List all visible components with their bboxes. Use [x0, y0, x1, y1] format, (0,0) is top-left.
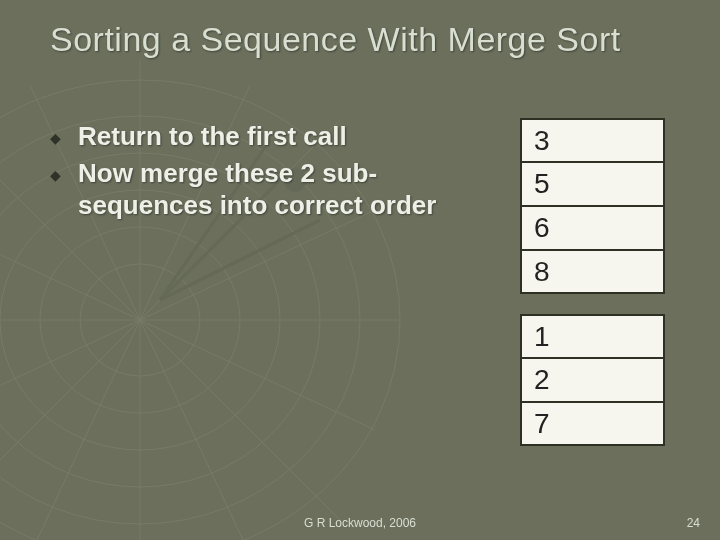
bullet-diamond-icon: ◆: [50, 167, 68, 185]
sequence-cell: 7: [520, 402, 665, 446]
sequence-group-1: 3 5 6 8: [520, 118, 665, 294]
sequence-cell: 5: [520, 162, 665, 206]
footer-page-number: 24: [687, 516, 700, 530]
sequence-cell: 8: [520, 250, 665, 294]
slide-title: Sorting a Sequence With Merge Sort: [50, 20, 700, 59]
sequence-cell: 2: [520, 358, 665, 402]
slide: Sorting a Sequence With Merge Sort ◆ Ret…: [0, 0, 720, 540]
sequence-group-2: 1 2 7: [520, 314, 665, 446]
bullet-item: ◆ Return to the first call: [50, 120, 440, 153]
footer-author: G R Lockwood, 2006: [304, 516, 416, 530]
bullet-text: Return to the first call: [78, 120, 440, 153]
sequence-cell: 6: [520, 206, 665, 250]
bullet-diamond-icon: ◆: [50, 130, 68, 148]
bullet-text: Now merge these 2 sub-sequences into cor…: [78, 157, 440, 222]
sequence-cell: 1: [520, 314, 665, 358]
slide-body: ◆ Return to the first call ◆ Now merge t…: [50, 120, 440, 226]
sequence-cell: 3: [520, 118, 665, 162]
bullet-item: ◆ Now merge these 2 sub-sequences into c…: [50, 157, 440, 222]
